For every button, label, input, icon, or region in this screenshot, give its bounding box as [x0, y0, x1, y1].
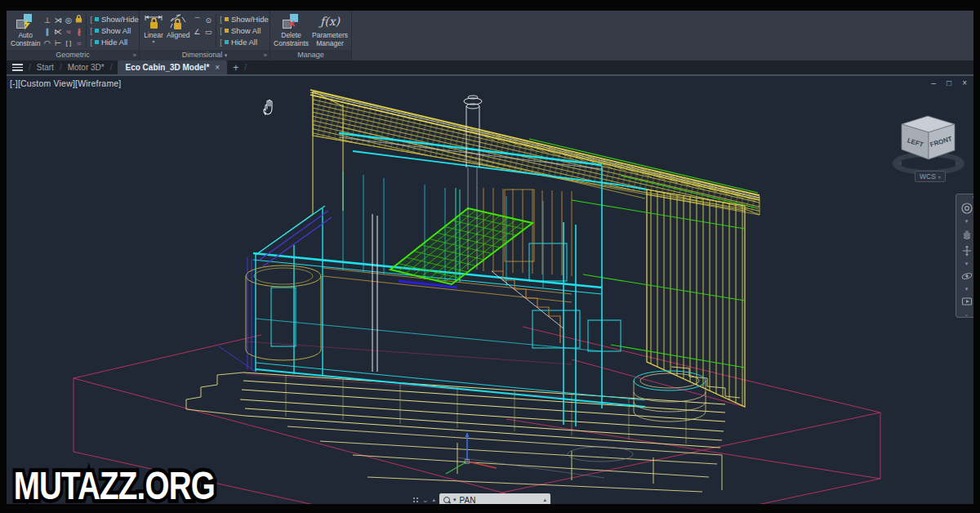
parameters-manager-icon: ƒ(x) [320, 13, 340, 31]
tab-separator: / [60, 63, 62, 72]
zoom-tool-icon[interactable] [960, 244, 973, 257]
geometric-constraints-grid: ⊥ ⋊ ◎ ∥ ⋉ ≈ ∦ ◠ ⊢ [ ] = [42, 12, 84, 49]
symmetric-constraint-icon[interactable]: ∦ [78, 27, 82, 36]
recent-commands-icon[interactable]: ▴ [544, 497, 547, 503]
panel-dimensional: Linear ▾ Aligned ⌒ ⊙ [140, 11, 270, 60]
customize-icon[interactable]: ▴ [433, 497, 436, 503]
purple-accents [219, 211, 457, 372]
frame-border-bottom [0, 504, 980, 513]
diameter-constraint-icon[interactable]: ⊙ [206, 16, 212, 25]
perpendicular-constraint-icon[interactable]: ⊥ [44, 16, 51, 25]
dimensional-show-hide-button[interactable]: [ Show/Hide [220, 15, 268, 24]
chevron-down-icon[interactable]: ▾ [965, 219, 969, 223]
smooth-constraint-icon[interactable]: ≈ [66, 27, 70, 36]
fix-constraint-icon[interactable] [74, 14, 83, 25]
viewport-controls-label[interactable]: [-][Custom View][Wireframe] [10, 78, 121, 88]
frame-border-right [973, 0, 980, 513]
manage-panel-label: Manage [270, 50, 351, 60]
navigation-wheel-icon[interactable] [960, 202, 973, 215]
menu-hamburger-icon[interactable] [12, 64, 23, 71]
panel-dropdown-icon[interactable]: ▾ [225, 52, 228, 58]
pan-tool-icon[interactable] [960, 227, 973, 240]
dim-dot-icon [225, 29, 229, 33]
geometric-show-hide-button[interactable]: [ Show/Hide [90, 15, 138, 24]
equal-points-constraint-icon[interactable]: [ ] [66, 39, 72, 47]
chevron-down-icon[interactable]: ▾ [453, 497, 457, 503]
panel-expander-icon[interactable]: » [264, 50, 267, 60]
angular-constraint-icon[interactable]: ∠ [194, 28, 200, 36]
dimensional-show-all-button[interactable]: [ Show All [220, 26, 268, 35]
dimensional-panel-label: Dimensional ▾ » [140, 50, 270, 60]
colinear-constraint-icon[interactable]: ⋉ [54, 27, 62, 36]
auto-constrain-button[interactable]: Auto Constrain [9, 12, 42, 49]
tab-separator: / [110, 63, 113, 72]
parallel-constraint-icon[interactable]: ∥ [46, 27, 50, 36]
restore-icon[interactable]: □ [947, 78, 951, 87]
aligned-dimension-button[interactable]: Aligned [165, 12, 191, 49]
ribbon-parametric-tab: Auto Constrain ⊥ ⋊ ◎ ∥ ⋉ ≈ ∦ ◠ ⊢ [ ] [7, 11, 973, 60]
linear-dropdown-icon[interactable]: ▾ [152, 40, 154, 43]
search-icon [443, 497, 450, 503]
white-details [339, 137, 633, 478]
tab-eco-cabin-active[interactable]: Eco Cabin_3D Model* × [118, 60, 227, 74]
command-input[interactable]: ▾ PAN ▴ [439, 493, 550, 504]
minimize-icon[interactable]: – [932, 78, 937, 87]
geometric-hide-all-button[interactable]: [ Hide All [90, 38, 138, 47]
dim-dot-icon [225, 40, 229, 44]
concentric-constraint-icon[interactable]: ◎ [65, 16, 72, 25]
close-icon[interactable]: × [962, 78, 967, 87]
dimensional-constraints-grid: ⌒ ⊙ ∠ ▭ [191, 12, 214, 49]
radius-constraint-icon[interactable]: ⌒ [194, 16, 201, 26]
chevron-down-icon[interactable]: ▾ [965, 287, 969, 291]
chevron-down-icon: ▾ [938, 174, 941, 180]
dimensional-show-column: [ Show/Hide [ Show All [ Hide All [218, 12, 268, 49]
constraint-bar-icon: [ [90, 27, 92, 35]
geometric-show-column: [ Show/Hide [ Show All [ Hide All [88, 12, 138, 49]
linear-dimension-button[interactable]: Linear ▾ [142, 12, 165, 49]
frame-border-top [0, 0, 980, 11]
constraint-dot-icon [95, 29, 99, 33]
tab-start[interactable]: Start [37, 63, 54, 72]
tab-separator: / [244, 63, 247, 72]
tab-close-icon[interactable]: × [215, 63, 220, 72]
equal-constraint-icon[interactable]: = [77, 38, 82, 47]
wireframe-model-canvas[interactable] [7, 76, 973, 504]
panel-manage: × Delete Constraints ƒ(x) Parameters Man… [270, 11, 352, 60]
pan-hand-cursor [264, 100, 272, 114]
constraint-bar-icon: [ [90, 38, 92, 47]
tab-separator: / [29, 63, 31, 72]
new-tab-button[interactable]: + [233, 62, 238, 74]
delete-constraints-icon: × [282, 13, 301, 31]
deck [186, 367, 740, 448]
showmotion-icon[interactable] [960, 295, 973, 308]
drawing-window-buttons: – □ × [932, 78, 967, 87]
tangent-constraint-icon[interactable]: ⋊ [54, 16, 62, 25]
geometric-panel-label: Geometric » [7, 50, 139, 60]
panel-expander-icon[interactable]: » [133, 50, 136, 60]
geometric-show-all-button[interactable]: [ Show All [90, 26, 138, 35]
model-viewport[interactable]: [-][Custom View][Wireframe] – □ × LEFT F… [7, 76, 973, 504]
svg-text:MUTAZZ.ORG: MUTAZZ.ORG [14, 464, 215, 504]
ribbon-empty-area [352, 11, 973, 60]
delete-constraints-button[interactable]: × Delete Constraints [272, 12, 310, 49]
file-tab-bar: / Start / Motor 3D* / Eco Cabin_3D Model… [7, 60, 979, 76]
dimensional-hide-all-button[interactable]: [ Hide All [220, 38, 268, 47]
right-stud-wall [572, 190, 745, 407]
orbit-tool-icon[interactable] [960, 270, 973, 283]
tab-motor-3d[interactable]: Motor 3D* [68, 63, 105, 72]
grip-handle-icon[interactable] [412, 496, 418, 505]
convert-constraint-icon[interactable]: ▭ [205, 28, 212, 36]
parameters-manager-button[interactable]: ƒ(x) Parameters Manager [310, 12, 350, 49]
constraint-dot-icon [95, 17, 99, 21]
navbar-expand-icon[interactable]: ⌄ [964, 312, 969, 316]
vertical-constraint-icon[interactable]: ⊢ [55, 38, 61, 47]
constraint-bar-icon: [ [90, 16, 92, 24]
chevron-down-icon[interactable]: ⌄ [422, 497, 429, 504]
dim-bar-icon: [ [220, 16, 222, 24]
coincident-constraint-icon[interactable]: ◠ [44, 38, 51, 47]
dim-bar-icon: [ [220, 27, 222, 35]
chevron-down-icon[interactable]: ▾ [965, 261, 969, 265]
wcs-dropdown[interactable]: WCS ▾ [915, 171, 946, 182]
dim-bar-icon: [ [220, 38, 222, 47]
aligned-dimension-icon [168, 13, 188, 31]
